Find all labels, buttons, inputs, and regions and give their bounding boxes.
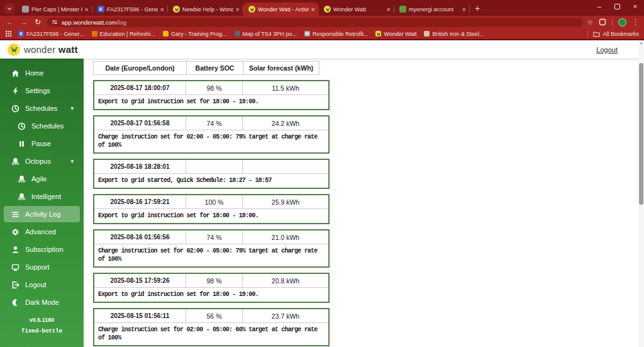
entry-date: 2025-08-17 18:00:07	[94, 81, 186, 94]
bookmark-favicon: E	[18, 31, 24, 37]
tab[interactable]: EFA2317F596 - General | givene...×	[92, 3, 168, 16]
tab-title: Pier Caps | Minster Paving | Wa...	[31, 6, 82, 13]
wonderwatt-logo[interactable]: wonder watt	[8, 43, 78, 56]
header-logout-link[interactable]: Logout	[596, 46, 618, 54]
tab[interactable]: Wonder Watt×	[319, 3, 394, 16]
bookmark-item[interactable]: Gary - Training Prog...	[159, 31, 231, 37]
column-header-solar: Solar forecast (kWh)	[243, 62, 319, 74]
sidebar-item-advanced[interactable]: Advanced	[4, 224, 80, 240]
sidebar-item-agile[interactable]: Agile	[4, 171, 80, 187]
log-entry-values: 2025-08-16 01:56:5674 %21.0 kWh	[94, 230, 328, 244]
menu-kebab-icon[interactable]: ⋮	[632, 18, 639, 26]
sidebar-item-schedules[interactable]: Schedules	[4, 118, 80, 134]
toolbar-divider	[612, 19, 613, 26]
sidebar-item-schedules[interactable]: Schedules▾	[4, 100, 80, 117]
sidebar-item-home[interactable]: Home	[4, 65, 80, 81]
scrollbar-thumb[interactable]	[639, 63, 643, 205]
entry-message: Export to grid instruction set for 18:00…	[94, 209, 328, 223]
minimize-button[interactable]: –	[596, 3, 603, 10]
clock-icon	[18, 122, 26, 130]
entry-solar-forecast: 21.0 kWh	[243, 230, 328, 244]
sidebar-item-label: Advanced	[25, 228, 56, 236]
tab-favicon: E	[97, 6, 104, 13]
sidebar-item-activity-log[interactable]: Activity Log	[4, 206, 80, 222]
bookmark-label: Education | Refreshi...	[100, 31, 155, 37]
bookmark-star-icon[interactable]: ☆	[587, 18, 593, 26]
tab-title: Newbie Help - Wonder Watt C...	[182, 6, 233, 13]
log-entry: 2025-08-15 01:56:1156 %23.7 kWhCharge in…	[93, 308, 330, 346]
log-entry: 2025-08-16 01:56:5674 %21.0 kWhCharge in…	[93, 229, 330, 268]
octopus-icon	[18, 175, 26, 183]
log-entry: 2025-08-16 18:28:01Export to grid starte…	[93, 159, 330, 189]
all-bookmarks-button[interactable]: All Bookmarks	[587, 31, 639, 37]
chevron-down-icon[interactable]: ▾	[70, 105, 74, 111]
sidebar-item-label: Settings	[25, 87, 50, 94]
entry-date: 2025-08-15 17:59:26	[94, 274, 186, 287]
bolt-icon	[11, 87, 19, 95]
tab-close-icon[interactable]: ×	[387, 6, 391, 13]
tab[interactable]: Pier Caps | Minster Paving | Wa...×	[17, 3, 92, 16]
person-icon	[11, 246, 19, 254]
forward-icon[interactable]: →	[19, 18, 29, 26]
entry-solar-forecast: 11.5 kWh	[243, 81, 328, 94]
sidebar-item-intelligent[interactable]: Intelligent	[4, 188, 80, 205]
bookmark-item[interactable]: Map of TS4 3PH po...	[231, 31, 301, 37]
app-build-name: fixed-bottle	[0, 328, 84, 334]
sidebar-item-octopus[interactable]: Octopus▾	[4, 153, 80, 169]
column-header-soc: Battery SOC	[187, 62, 243, 74]
tab-title: Wonder Watt - Activity Log	[258, 6, 309, 13]
entry-message: Export to grid started, Quick Schedule: …	[94, 174, 328, 188]
bookmarks-bar: EFA2317F596 - Gener...Education | Refres…	[0, 28, 644, 40]
tab-close-icon[interactable]: ×	[311, 6, 315, 13]
scroll-up-icon[interactable]: ▲	[640, 40, 643, 46]
bookmark-favicon	[163, 31, 169, 37]
new-tab-button[interactable]: +	[475, 3, 480, 13]
tab-active[interactable]: Wonder Watt - Activity Log×	[243, 3, 319, 16]
chevron-down-icon[interactable]: ▾	[70, 158, 74, 164]
tab-title: Wonder Watt	[333, 6, 384, 13]
address-bar[interactable]: app.wonderwatt.com/log	[47, 18, 583, 27]
bookmark-item[interactable]: British Iron & Steel...	[420, 31, 487, 37]
entry-message: Export to grid instruction set for 18:00…	[94, 95, 328, 109]
apps-grid-icon[interactable]	[5, 30, 12, 37]
tab[interactable]: myenergi account×	[394, 3, 470, 16]
gear-icon	[11, 228, 19, 236]
tab[interactable]: Newbie Help - Wonder Watt C...×	[168, 3, 243, 16]
bookmark-item[interactable]: Wonder Watt	[372, 31, 420, 37]
column-header-date: Date (Europe/London)	[94, 62, 187, 74]
page-scrollbar[interactable]: ▲ ▼	[638, 40, 644, 347]
extensions-icon[interactable]	[599, 18, 606, 26]
sidebar-item-logout[interactable]: Logout	[4, 276, 80, 293]
close-window-button[interactable]: ×	[631, 3, 639, 10]
profile-avatar[interactable]	[618, 18, 626, 26]
tab-title: FA2317F596 - General | givene...	[107, 6, 158, 13]
entry-date: 2025-08-16 18:28:01	[94, 160, 186, 173]
chevron-down-icon	[7, 6, 12, 11]
bookmark-item[interactable]: Education | Refreshi...	[88, 31, 159, 37]
tab-search-button[interactable]	[4, 3, 14, 14]
activity-log-main: Date (Europe/London) Battery SOC Solar f…	[84, 59, 644, 347]
tab-close-icon[interactable]: ×	[462, 6, 466, 13]
bookmark-label: FA2317F596 - Gener...	[26, 31, 84, 37]
sidebar-item-dark-mode[interactable]: Dark Mode	[4, 294, 80, 310]
entry-battery-soc	[186, 160, 243, 173]
tab-close-icon[interactable]: ×	[85, 6, 89, 13]
maximize-button[interactable]	[614, 4, 620, 9]
tab-close-icon[interactable]: ×	[160, 6, 164, 13]
sidebar-item-settings[interactable]: Settings	[4, 82, 80, 99]
tab-close-icon[interactable]: ×	[236, 6, 240, 13]
sidebar-item-label: Pause	[31, 140, 51, 147]
bookmark-label: British Iron & Steel...	[432, 31, 484, 37]
bookmark-item[interactable]: EFA2317F596 - Gener...	[14, 31, 88, 37]
sidebar-item-subscription[interactable]: Subscription	[4, 241, 80, 258]
bookmark-item[interactable]: WResponsible Retrofit...	[301, 31, 372, 37]
support-icon	[11, 263, 19, 271]
entry-solar-forecast: 23.7 kWh	[243, 309, 328, 322]
entry-message: Export to grid instruction set for 18:00…	[94, 288, 328, 302]
sidebar-item-pause[interactable]: Pause	[4, 135, 80, 152]
bookmark-label: Responsible Retrofit...	[313, 31, 369, 37]
sidebar-item-label: Home	[25, 69, 43, 77]
back-icon[interactable]: ←	[5, 18, 15, 26]
sidebar-item-support[interactable]: Support	[4, 259, 80, 275]
reload-icon[interactable]: ↻	[33, 18, 43, 26]
